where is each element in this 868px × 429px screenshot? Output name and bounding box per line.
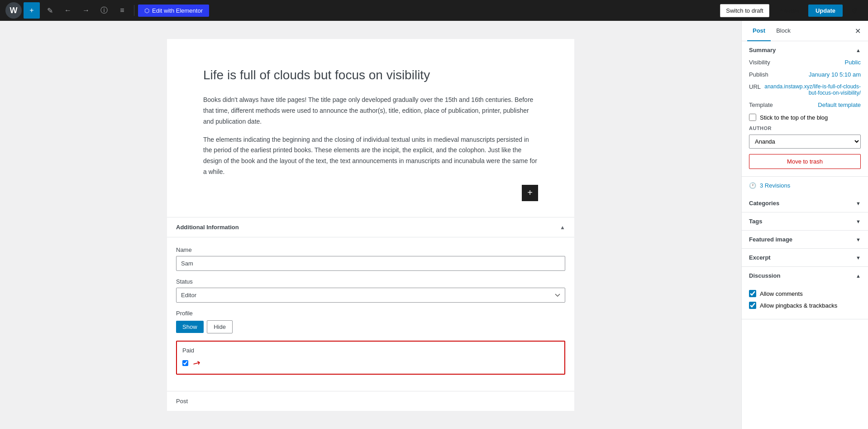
move-to-trash-button[interactable]: Move to trash xyxy=(749,154,861,169)
paid-checkbox[interactable] xyxy=(182,360,188,366)
list-view-button[interactable]: ≡ xyxy=(114,2,130,19)
status-field-group: Status Editor Author Subscriber xyxy=(176,278,565,303)
allow-pingbacks-label: Allow pingbacks & trackbacks xyxy=(760,302,837,309)
allow-comments-checkbox[interactable] xyxy=(749,290,756,297)
preview-button[interactable]: Preview xyxy=(773,5,805,17)
summary-chevron-icon: ▲ xyxy=(856,48,861,53)
settings-gear-button[interactable]: ⚙ xyxy=(846,2,863,19)
summary-header[interactable]: Summary ▲ xyxy=(742,41,868,59)
visibility-row: Visibility Public xyxy=(749,59,861,66)
add-block-inline-button[interactable]: + xyxy=(522,185,538,201)
template-value[interactable]: Default template xyxy=(818,101,861,108)
sidebar-close-button[interactable]: ✕ xyxy=(853,25,863,37)
revisions-row[interactable]: 🕐 3 Revisions xyxy=(742,177,868,194)
allow-pingbacks-checkbox[interactable] xyxy=(749,302,756,309)
edit-pencil-button[interactable]: ✎ xyxy=(42,2,58,19)
featured-image-chevron-icon: ▼ xyxy=(856,237,861,242)
allow-comments-label: Allow comments xyxy=(760,290,803,297)
revisions-label: 3 Revisions xyxy=(760,182,790,189)
featured-image-section: Featured image ▼ xyxy=(742,231,868,249)
show-button[interactable]: Show xyxy=(176,321,204,333)
summary-title: Summary xyxy=(749,47,776,53)
categories-section: Categories ▼ xyxy=(742,194,868,212)
discussion-chevron-icon: ▲ xyxy=(856,273,861,279)
tags-chevron-icon: ▼ xyxy=(856,219,861,224)
template-label: Template xyxy=(749,101,773,108)
additional-info-body: Name Status Editor Author Subscriber Pro… xyxy=(167,237,574,391)
editor-content-block: Life is full of clouds but focus on visi… xyxy=(167,39,574,217)
stick-top-label: Stick to the top of the blog xyxy=(760,114,828,121)
categories-header[interactable]: Categories ▼ xyxy=(742,194,868,212)
elementor-icon: ⬡ xyxy=(144,7,149,14)
post-body[interactable]: Books didn't always have title pages! Th… xyxy=(203,95,538,178)
collapse-icon: ▲ xyxy=(560,224,565,231)
right-sidebar: Post Block ✕ Summary ▲ Visibility Public… xyxy=(741,21,868,429)
post-title[interactable]: Life is full of clouds but focus on visi… xyxy=(203,66,538,84)
edit-with-elementor-button[interactable]: ⬡ Edit with Elementor xyxy=(138,5,209,17)
profile-section: Profile Show Hide xyxy=(176,310,565,333)
featured-image-title: Featured image xyxy=(749,236,792,243)
template-row: Template Default template xyxy=(749,101,861,108)
url-value[interactable]: ananda.instawp.xyz/life-is-full-of-cloud… xyxy=(764,83,861,96)
red-arrow-icon: ↗ xyxy=(191,356,203,369)
stick-top-checkbox-item: Stick to the top of the blog xyxy=(749,114,861,121)
url-label: URL xyxy=(749,83,761,90)
main-toolbar: W + ✎ ← → ⓘ ≡ ⬡ Edit with Elementor Swit… xyxy=(0,0,868,21)
toolbar-divider xyxy=(134,5,134,16)
excerpt-chevron-icon: ▼ xyxy=(856,255,861,260)
discussion-body: Allow comments Allow pingbacks & trackba… xyxy=(742,284,868,319)
tags-title: Tags xyxy=(749,218,762,225)
excerpt-header[interactable]: Excerpt ▼ xyxy=(742,249,868,266)
additional-info-title: Additional Information xyxy=(176,224,239,231)
revisions-clock-icon: 🕐 xyxy=(749,182,756,189)
author-section-label: AUTHOR xyxy=(749,125,861,131)
profile-label: Profile xyxy=(176,310,565,317)
discussion-title: Discussion xyxy=(749,272,780,279)
url-row: URL ananda.instawp.xyz/life-is-full-of-c… xyxy=(749,83,861,96)
publish-label: Publish xyxy=(749,71,768,78)
paid-label: Paid xyxy=(182,347,559,354)
paid-section: Paid ↗ xyxy=(176,341,565,375)
sidebar-tabs: Post Block ✕ xyxy=(742,21,868,41)
info-button[interactable]: ⓘ xyxy=(96,2,112,19)
post-type-label: Post xyxy=(167,391,574,411)
tags-section: Tags ▼ xyxy=(742,212,868,231)
author-select[interactable]: Ananda xyxy=(749,135,861,149)
name-input[interactable] xyxy=(176,256,565,271)
tags-header[interactable]: Tags ▼ xyxy=(742,212,868,230)
discussion-section: Discussion ▲ Allow comments Allow pingba… xyxy=(742,267,868,319)
discussion-header[interactable]: Discussion ▲ xyxy=(742,267,868,284)
undo-button[interactable]: ← xyxy=(60,2,76,19)
post-paragraph-1: Books didn't always have title pages! Th… xyxy=(203,95,538,127)
switch-to-draft-button[interactable]: Switch to draft xyxy=(720,4,769,17)
update-button[interactable]: Update xyxy=(808,5,843,17)
paid-checkbox-row: ↗ xyxy=(182,357,559,368)
visibility-value[interactable]: Public xyxy=(845,59,861,66)
hide-button[interactable]: Hide xyxy=(207,320,233,333)
name-field-group: Name xyxy=(176,246,565,271)
visibility-label: Visibility xyxy=(749,59,770,66)
tab-block[interactable]: Block xyxy=(771,21,796,41)
toolbar-right-group: Switch to draft Preview Update ⚙ xyxy=(720,2,863,19)
categories-chevron-icon: ▼ xyxy=(856,201,861,206)
categories-title: Categories xyxy=(749,200,779,207)
toolbar-left-group: W + ✎ ← → ⓘ ≡ ⬡ Edit with Elementor xyxy=(5,2,209,19)
publish-row: Publish January 10 5:10 am xyxy=(749,71,861,78)
stick-top-checkbox[interactable] xyxy=(749,114,756,121)
wp-logo[interactable]: W xyxy=(5,2,22,19)
post-paragraph-2: The elements indicating the beginning an… xyxy=(203,135,538,178)
publish-value[interactable]: January 10 5:10 am xyxy=(809,71,861,78)
summary-body: Visibility Public Publish January 10 5:1… xyxy=(742,59,868,176)
elementor-label: Edit with Elementor xyxy=(152,7,203,14)
add-block-button[interactable]: + xyxy=(24,2,40,19)
status-label: Status xyxy=(176,278,565,285)
redo-button[interactable]: → xyxy=(78,2,94,19)
additional-info-header[interactable]: Additional Information ▲ xyxy=(167,217,574,237)
status-select[interactable]: Editor Author Subscriber xyxy=(176,288,565,303)
name-label: Name xyxy=(176,246,565,253)
featured-image-header[interactable]: Featured image ▼ xyxy=(742,231,868,248)
allow-pingbacks-item: Allow pingbacks & trackbacks xyxy=(749,302,861,309)
editor-area: Life is full of clouds but focus on visi… xyxy=(0,21,741,429)
allow-comments-item: Allow comments xyxy=(749,290,861,297)
tab-post[interactable]: Post xyxy=(747,21,771,41)
